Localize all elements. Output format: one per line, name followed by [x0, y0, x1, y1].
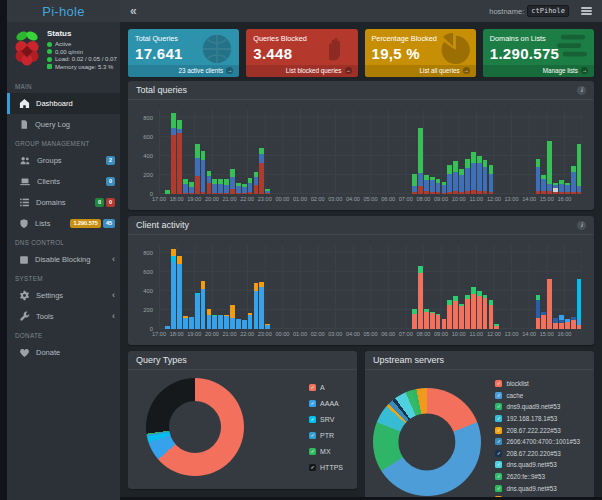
chevron-left-icon: ‹	[112, 312, 115, 321]
card-title: Percentage Blocked	[372, 34, 469, 43]
sidebar-collapse-button[interactable]: «	[130, 4, 137, 18]
file-icon	[19, 119, 29, 130]
legend-checkbox[interactable]: ✓	[495, 473, 502, 480]
legend-checkbox[interactable]: ✓	[495, 380, 502, 387]
legend-label: dns.quad9.net#53	[506, 485, 556, 492]
legend-label: AAAA	[320, 400, 339, 407]
y-axis: 0200400600800	[136, 110, 156, 194]
legend-label: MX	[320, 448, 331, 455]
sidebar-item-domains[interactable]: Domains00	[7, 192, 120, 213]
sidebar-item-tools[interactable]: Tools‹	[7, 306, 120, 327]
card-footer-link[interactable]: Manage lists→	[483, 65, 594, 77]
legend-checkbox[interactable]: ✓	[495, 450, 502, 457]
plot-area	[159, 245, 582, 329]
legend-label: HTTPS	[320, 464, 343, 471]
legend-checkbox[interactable]: ✓	[309, 432, 316, 439]
legend-checkbox[interactable]: ✓	[495, 392, 502, 399]
sidebar-item-disable-blocking[interactable]: Disable Blocking‹	[7, 249, 120, 270]
status-rate: 0,00 q/min	[55, 49, 83, 55]
sidebar-section-label: GROUP MANAGEMENT	[7, 135, 120, 150]
card-footer-link[interactable]: 23 active clients→	[128, 65, 239, 77]
bottom-row: Query Types ✓A✓AAAA✓SRV✓PTR✓MX✓HTTPS Ups…	[128, 351, 594, 497]
total-queries-panel: Total queries i 020040060080017:0018:001…	[128, 81, 594, 210]
stacked-bar	[576, 110, 582, 194]
summary-card-percentage-blocked: Percentage Blocked19,5 %List all queries…	[365, 29, 476, 77]
sidebar-section-label: DNS CONTROL	[7, 234, 120, 249]
sidebar-item-dashboard[interactable]: Dashboard	[7, 93, 120, 114]
arrow-circle-icon: →	[345, 67, 352, 74]
status-title: Status	[47, 29, 115, 38]
legend-item: ✓blocklist	[495, 378, 580, 390]
card-footer-label: List blocked queries	[286, 67, 342, 74]
legend-checkbox[interactable]: ✓	[309, 416, 316, 423]
status-panel: Status Active 0,00 q/min Load: 0.02 / 0.…	[7, 22, 120, 77]
legend-checkbox[interactable]: ✓	[495, 438, 502, 445]
legend-checkbox[interactable]: ✓	[495, 496, 502, 497]
legend-item: ✓AAAA	[309, 395, 343, 411]
sidebar-section-label: SYSTEM	[7, 270, 120, 285]
legend-item: ✓dns.quad9.net#53	[495, 482, 580, 494]
legend-checkbox[interactable]: ✓	[309, 384, 316, 391]
legend-checkbox[interactable]: ✓	[309, 400, 316, 407]
card-footer-link[interactable]: List all queries→	[365, 65, 476, 77]
legend-label: PTR	[320, 432, 334, 439]
legend-label: blocklist	[506, 380, 528, 387]
x-axis: 17:0018:0019:0020:0021:0022:0023:0000:00…	[159, 331, 582, 341]
legend-item: ✓dns9.quad9.net#53	[495, 401, 580, 413]
top-navbar: Pi-hole « hostname: ctPihole	[7, 0, 602, 22]
card-footer-label: Manage lists	[543, 67, 578, 74]
legend-item: ✓localhost#5335	[495, 494, 580, 497]
legend-checkbox[interactable]: ✓	[309, 448, 316, 455]
laptop-icon	[19, 176, 31, 187]
legend-checkbox[interactable]: ✓	[495, 427, 502, 434]
legend-item: ✓A	[309, 379, 343, 395]
upstream-servers-panel: Upstream servers ✓blocklist✓cache✓dns9.q…	[365, 351, 594, 497]
card-value: 17.641	[135, 45, 232, 62]
y-axis: 0200400600800	[136, 245, 156, 329]
legend-checkbox[interactable]: ✓	[495, 485, 502, 492]
menu-icon[interactable]	[581, 7, 592, 15]
card-title: Queries Blocked	[253, 34, 350, 43]
sidebar: Status Active 0,00 q/min Load: 0.02 / 0.…	[7, 22, 120, 500]
arrow-circle-icon: →	[581, 67, 588, 74]
sidebar-item-groups[interactable]: Groups2	[7, 150, 120, 171]
pihole-logo-icon	[13, 29, 41, 71]
arrow-circle-icon: →	[463, 67, 470, 74]
sidebar-item-lists[interactable]: Lists1.290.57545	[7, 213, 120, 234]
card-footer-label: List all queries	[419, 67, 459, 74]
sidebar-item-label: Donate	[36, 348, 60, 357]
legend-checkbox[interactable]: ✓	[495, 403, 502, 410]
status-memory: Memory usage: 5.3 %	[55, 64, 113, 70]
stacked-bar	[576, 245, 582, 329]
status-load: Load: 0.02 / 0.05 / 0.07	[55, 56, 117, 62]
client-activity-header: Client activity i	[128, 216, 594, 235]
legend-checkbox[interactable]: ✓	[309, 464, 316, 471]
sidebar-item-query-log[interactable]: Query Log	[7, 114, 120, 135]
home-icon	[19, 98, 30, 109]
sidebar-item-settings[interactable]: Settings‹	[7, 285, 120, 306]
sidebar-item-label: Domains	[36, 198, 66, 207]
legend-item: ✓PTR	[309, 427, 343, 443]
count-badge: 0	[95, 198, 104, 207]
sidebar-item-clients[interactable]: Clients0	[7, 171, 120, 192]
wrench-icon	[19, 311, 30, 322]
info-icon[interactable]: i	[577, 221, 586, 230]
info-icon[interactable]: i	[577, 86, 586, 95]
legend-item: ✓2606:4700:4700::1001#53	[495, 436, 580, 448]
chevron-left-icon: ‹	[112, 291, 115, 300]
query-types-header: Query Types	[128, 351, 357, 370]
legend-checkbox[interactable]: ✓	[495, 415, 502, 422]
card-footer-link[interactable]: List blocked queries→	[246, 65, 357, 77]
app-title: Pi-hole	[42, 4, 85, 19]
legend-label: 208.67.220.220#53	[506, 450, 560, 457]
brand-area: Pi-hole	[7, 0, 120, 22]
status-load-icon	[47, 57, 52, 62]
sidebar-item-label: Groups	[37, 156, 62, 165]
stop-icon	[19, 255, 29, 265]
sidebar-item-donate[interactable]: Donate	[7, 342, 120, 363]
upstream-servers-chart: ✓blocklist✓cache✓dns9.quad9.net#53✓192.1…	[365, 370, 594, 497]
count-badge: 2	[106, 156, 115, 165]
legend-label: A	[320, 384, 325, 391]
legend-checkbox[interactable]: ✓	[495, 461, 502, 468]
list-icon	[19, 197, 30, 208]
